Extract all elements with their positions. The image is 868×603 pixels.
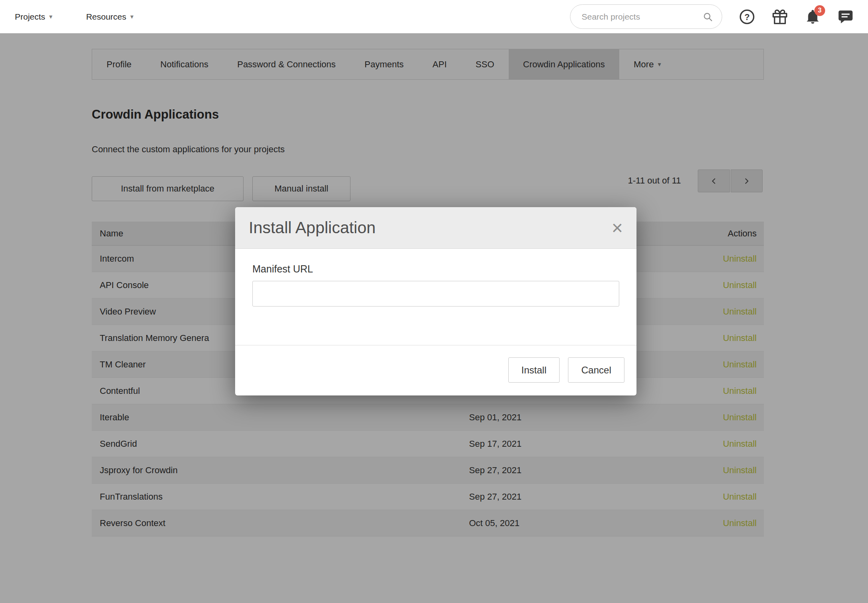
search-box[interactable] xyxy=(570,4,722,29)
top-nav: Projects ▾ Resources ▾ ? xyxy=(0,0,868,33)
gift-button[interactable] xyxy=(772,9,788,25)
chevron-down-icon: ▾ xyxy=(130,13,133,20)
chat-icon xyxy=(838,9,854,25)
help-icon: ? xyxy=(739,9,755,25)
svg-text:?: ? xyxy=(744,12,749,22)
modal-footer: Install Cancel xyxy=(235,345,636,395)
modal-header: Install Application × xyxy=(235,207,636,249)
modal-title: Install Application xyxy=(249,218,376,237)
projects-menu-label: Projects xyxy=(15,12,45,22)
install-button[interactable]: Install xyxy=(508,357,560,383)
chat-button[interactable] xyxy=(838,9,854,25)
cancel-button[interactable]: Cancel xyxy=(568,357,624,383)
resources-menu-label: Resources xyxy=(86,12,126,22)
projects-menu[interactable]: Projects ▾ xyxy=(15,12,52,22)
search-icon xyxy=(703,12,713,22)
modal-body: Manifest URL xyxy=(235,249,636,307)
close-icon[interactable]: × xyxy=(612,218,623,238)
notifications-button[interactable]: 3 xyxy=(805,9,821,25)
search-input[interactable] xyxy=(570,12,703,22)
nav-right-cluster: ? 3 xyxy=(570,4,854,29)
screen: Projects ▾ Resources ▾ ? xyxy=(0,0,868,603)
gift-icon xyxy=(772,9,788,25)
notification-badge: 3 xyxy=(814,5,825,16)
manifest-url-label: Manifest URL xyxy=(252,263,619,275)
help-button[interactable]: ? xyxy=(739,9,755,25)
install-application-modal: Install Application × Manifest URL Insta… xyxy=(235,207,636,395)
resources-menu[interactable]: Resources ▾ xyxy=(86,12,133,22)
manifest-url-input[interactable] xyxy=(252,281,619,307)
chevron-down-icon: ▾ xyxy=(49,13,52,20)
